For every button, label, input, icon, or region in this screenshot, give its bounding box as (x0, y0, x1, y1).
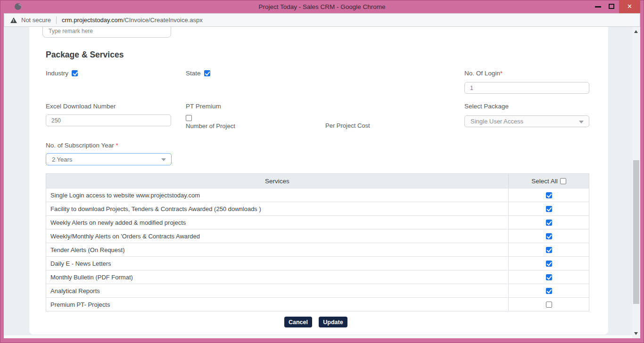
page-scrollbar[interactable] (632, 27, 640, 338)
table-row: Tender Alerts (On Request) (46, 243, 589, 256)
service-checkbox[interactable] (546, 206, 552, 212)
scroll-up-icon[interactable] (634, 30, 638, 33)
security-label[interactable]: Not secure (21, 16, 51, 24)
per-project-cost-label: Per Project Cost (325, 122, 370, 129)
table-row: Analytical Reports (46, 284, 589, 297)
service-checkbox[interactable] (546, 302, 552, 308)
minimize-icon[interactable] (595, 6, 601, 8)
service-checkbox[interactable] (546, 261, 552, 267)
url-domain[interactable]: crm.projectstoday.com (62, 16, 123, 24)
no-of-login-label: No. Of Login* (464, 70, 503, 77)
remark-input[interactable]: Type remark here (42, 27, 171, 38)
services-table: Services Select All Single Login access … (46, 173, 589, 311)
industry-label: Industry (46, 70, 68, 77)
select-all-checkbox[interactable] (560, 178, 566, 184)
chevron-down-icon (161, 158, 166, 161)
scroll-down-icon[interactable] (634, 332, 638, 335)
table-row: Monthly Bulletin (PDF Format) (46, 270, 589, 284)
service-checkbox[interactable] (546, 247, 552, 253)
url-path[interactable]: /CInvoice/CreateInvoice.aspx (123, 16, 203, 24)
table-row: Facility to download Projects, Tenders &… (46, 202, 589, 215)
table-row: Premium PT- Projects (46, 297, 589, 311)
section-title: Package & Services (46, 50, 124, 60)
excel-download-value: 250 (51, 117, 61, 124)
services-column-header: Services (46, 174, 509, 188)
service-label: Single Login access to website www.proje… (46, 188, 509, 202)
remark-placeholder: Type remark here (49, 28, 93, 34)
browser-window: Project Today - Sales CRM - Google Chrom… (0, 0, 644, 343)
title-bar: Project Today - Sales CRM - Google Chrom… (0, 0, 644, 13)
state-field: State (186, 69, 210, 77)
maximize-icon[interactable] (609, 4, 614, 9)
excel-download-label: Excel Download Number (46, 103, 116, 110)
select-package-label: Select Package (464, 103, 509, 110)
service-checkbox[interactable] (546, 192, 552, 198)
required-asterisk: * (116, 142, 118, 149)
service-label: Premium PT- Projects (46, 298, 509, 311)
state-checkbox[interactable] (204, 70, 210, 76)
service-label: Weekly Alerts on newly added & modified … (46, 216, 509, 229)
table-row: Weekly/Monthly Alerts on 'Orders & Contr… (46, 229, 589, 243)
select-package-value: Single User Access (471, 118, 523, 125)
industry-checkbox[interactable] (72, 70, 78, 76)
table-row: Single Login access to website www.proje… (46, 188, 589, 202)
service-label: Monthly Bulletin (PDF Format) (46, 270, 509, 284)
window-title: Project Today - Sales CRM - Google Chrom… (0, 0, 644, 13)
no-of-login-value: 1 (470, 85, 473, 91)
service-label: Daily E - News Letters (46, 257, 509, 270)
service-checkbox[interactable] (546, 288, 552, 294)
required-asterisk: * (500, 70, 503, 77)
not-secure-warning-icon[interactable] (10, 17, 17, 23)
subscription-year-value: 2 Years (52, 156, 72, 163)
select-package-dropdown[interactable]: Single User Access (464, 115, 589, 127)
pt-premium-checkbox[interactable] (186, 115, 192, 121)
service-label: Tender Alerts (On Request) (46, 243, 509, 256)
services-table-header: Services Select All (46, 174, 589, 188)
no-of-login-input[interactable]: 1 (464, 82, 589, 94)
form-card: Type remark here Package & Services Indu… (29, 27, 608, 335)
excel-download-input[interactable]: 250 (46, 114, 171, 126)
select-all-label: Select All (531, 178, 558, 185)
select-all-column-header: Select All (509, 174, 589, 188)
service-label: Analytical Reports (46, 284, 509, 297)
service-checkbox[interactable] (546, 233, 552, 239)
industry-field: Industry (46, 69, 78, 77)
service-checkbox[interactable] (546, 274, 552, 280)
close-icon[interactable]: ✕ (619, 0, 640, 13)
subscription-year-label: No. of Subscription Year * (46, 142, 118, 149)
update-button[interactable]: Update (319, 317, 347, 327)
url-separator (56, 16, 57, 24)
subscription-year-dropdown[interactable]: 2 Years (46, 153, 172, 165)
pt-premium-label: PT Premium (186, 103, 221, 110)
table-row: Weekly Alerts on newly added & modified … (46, 215, 589, 229)
service-label: Facility to download Projects, Tenders &… (46, 202, 509, 215)
table-row: Daily E - News Letters (46, 256, 589, 270)
number-of-project-label: Number of Project (186, 122, 235, 130)
cancel-button[interactable]: Cancel (284, 317, 312, 327)
chevron-down-icon (579, 121, 584, 123)
service-label: Weekly/Monthly Alerts on 'Orders & Contr… (46, 229, 509, 243)
url-bar[interactable]: Not secure crm.projectstoday.com/CInvoic… (4, 13, 640, 27)
page-viewport: Type remark here Package & Services Indu… (4, 27, 640, 338)
scrollbar-thumb[interactable] (633, 160, 639, 304)
service-checkbox[interactable] (546, 220, 552, 226)
state-label: State (186, 70, 201, 77)
